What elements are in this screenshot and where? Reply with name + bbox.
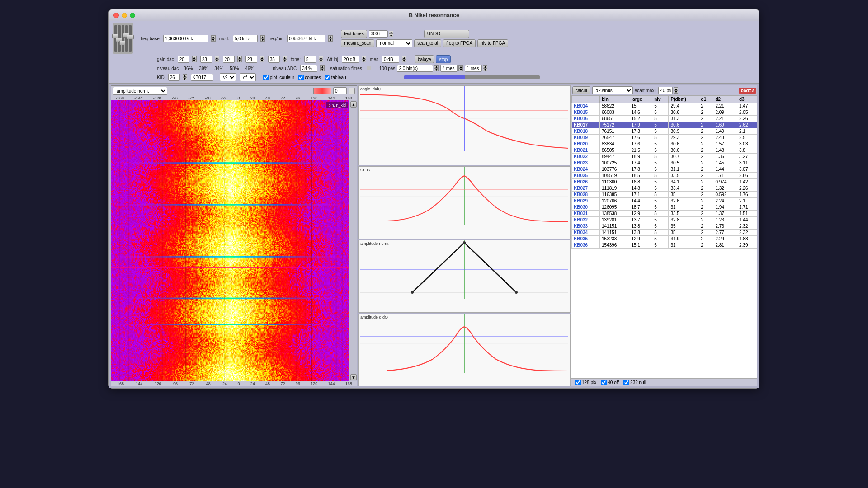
slider-5[interactable] — [129, 25, 132, 52]
att-inj-stepper[interactable]: ▲▼ — [362, 56, 366, 62]
gain-dac-5[interactable] — [268, 56, 280, 63]
gd3-stepper[interactable]: ▲▼ — [237, 56, 242, 62]
courbes-check[interactable]: courbes — [298, 75, 321, 80]
mes-input[interactable] — [382, 56, 399, 63]
table-row[interactable]: KB015 66083 14.6 5 30.6 2 2.09 2.05 — [572, 109, 757, 116]
off-checkbox[interactable] — [601, 380, 607, 385]
table-row[interactable]: KB019 76547 17.6 5 29.3 2 2.43 2.5 — [572, 135, 757, 141]
mes4-input[interactable] — [440, 65, 458, 72]
bin-input[interactable] — [397, 65, 433, 72]
mod-stepper[interactable]: ▲ ▼ — [260, 35, 265, 42]
tableau-check[interactable]: tableau — [325, 75, 346, 80]
table-row[interactable]: KB016 68651 15.2 5 31.3 2 2.21 2.26 — [572, 116, 757, 122]
table-row[interactable]: KB024 103776 17.8 5 31.1 2 1.44 3.07 — [572, 166, 757, 173]
close-button[interactable] — [113, 13, 119, 18]
table-row[interactable]: KB017 75172 17.9 5 30.6 2 1.69 2.62 — [572, 122, 757, 128]
mod-input[interactable] — [233, 35, 258, 42]
null-checkbox[interactable] — [623, 380, 629, 385]
amplitude-norm-select[interactable]: amplitude norm. — [113, 87, 167, 95]
scroll-up[interactable]: ▲ — [350, 101, 357, 108]
test-tones-stepper[interactable]: ▲ ▼ — [389, 31, 393, 37]
mod-up[interactable]: ▲ — [260, 35, 265, 38]
freq-to-fpga-button[interactable]: freq to FPGA — [443, 39, 476, 47]
table-row[interactable]: KB018 76151 17.3 5 30.9 2 1.49 2.1 — [572, 128, 757, 135]
table-row[interactable]: KB027 111819 14.8 5 33.4 2 1.32 2.26 — [572, 185, 757, 192]
plot-couleur-check[interactable]: plot_couleur — [263, 75, 294, 80]
table-row[interactable]: KB031 138538 12.9 5 33.5 2 1.37 1.51 — [572, 211, 757, 217]
test-tones-input[interactable] — [369, 30, 388, 38]
gd1-stepper[interactable]: ▲▼ — [192, 56, 197, 62]
undo-button[interactable]: UNDO — [424, 30, 469, 38]
mes4-stepper[interactable]: ▲▼ — [458, 65, 463, 71]
v2-select[interactable]: v2 — [220, 73, 236, 81]
table-row[interactable]: KB021 86505 21.5 5 30.6 2 1.48 3.8 — [572, 147, 757, 154]
mes-stepper[interactable]: ▲▼ — [402, 56, 406, 62]
balaye-button[interactable]: balaye — [415, 55, 434, 63]
gd2-stepper[interactable]: ▲▼ — [215, 56, 219, 62]
minimize-button[interactable] — [122, 13, 127, 18]
mod-down[interactable]: ▼ — [260, 38, 265, 42]
scan-total-button[interactable]: scan_total — [414, 39, 441, 47]
att-inj-input[interactable] — [342, 56, 359, 63]
table-row[interactable]: KB028 116385 17.1 5 35 2 0.592 1.76 — [572, 192, 757, 198]
gd4-stepper[interactable]: ▲▼ — [260, 56, 264, 62]
test-tones-button[interactable]: test tones — [341, 30, 367, 38]
gain-dac-1[interactable] — [178, 56, 189, 63]
table-row[interactable]: KB014 58622 15 5 29.4 2 2.21 1.47 — [572, 103, 757, 109]
niv-to-fpga-button[interactable]: niv to FPGA — [477, 39, 508, 47]
table-row[interactable]: KB036 154396 15.1 5 31 2 2.81 2.39 — [572, 242, 757, 249]
test-tones-up[interactable]: ▲ — [389, 31, 393, 34]
freq-bin-stepper[interactable]: ▲ ▼ — [328, 35, 333, 42]
calc-mode-select[interactable]: d2.sinus — [592, 86, 633, 94]
ecart-stepper[interactable]: ▲▼ — [674, 87, 678, 94]
bin-stepper[interactable]: ▲▼ — [434, 65, 439, 71]
table-row[interactable]: KB025 105519 18.5 5 33.5 2 1.71 2.86 — [572, 173, 757, 179]
pix-checkbox[interactable] — [575, 380, 581, 385]
gain-dac-4[interactable] — [245, 56, 257, 63]
gd5-stepper[interactable]: ▲▼ — [283, 56, 287, 62]
table-row[interactable]: KB026 110360 16.8 5 34.1 2 0.974 1.42 — [572, 179, 757, 185]
scan-mode-select[interactable]: normal — [376, 39, 412, 47]
niveau-adc-input[interactable] — [300, 65, 317, 72]
color-box-btn[interactable] — [349, 88, 355, 94]
freq-base-down[interactable]: ▼ — [211, 38, 216, 42]
stop-button[interactable]: stop — [436, 55, 451, 63]
table-row[interactable]: KB035 153233 12.9 5 31.9 2 2.29 1.88 — [572, 236, 757, 242]
freq-bin-input[interactable] — [287, 35, 326, 42]
freq-base-up[interactable]: ▲ — [211, 35, 216, 38]
color-value[interactable] — [333, 87, 347, 94]
tone-stepper[interactable]: ▲▼ — [319, 56, 323, 62]
slider-thumb-5[interactable] — [127, 35, 134, 39]
calcul-button[interactable]: calcul — [572, 86, 590, 94]
kid-input[interactable] — [168, 74, 180, 81]
freq-bin-up[interactable]: ▲ — [328, 35, 333, 38]
test-tones-down[interactable]: ▼ — [389, 34, 393, 37]
table-row[interactable]: KB022 89447 18.9 5 30.7 2 1.36 3.27 — [572, 154, 757, 160]
nadc-stepper[interactable]: ▲▼ — [320, 65, 325, 71]
ecart-maxi-input[interactable] — [658, 87, 673, 94]
table-row[interactable]: KB030 126095 18.7 5 31 2 1.94 1.71 — [572, 204, 757, 211]
kid-name-input[interactable] — [191, 74, 213, 81]
slider-2[interactable] — [118, 25, 121, 52]
slider-3[interactable] — [122, 25, 124, 52]
off-select[interactable]: off — [240, 73, 256, 81]
mes1-input[interactable] — [465, 65, 482, 72]
freq-bin-down[interactable]: ▼ — [328, 38, 333, 42]
table-row[interactable]: KB033 141151 13.8 5 35 2 2.76 2.32 — [572, 223, 757, 230]
table-row[interactable]: KB034 141151 13.8 5 35 2 2.77 2.32 — [572, 230, 757, 236]
tone-input[interactable] — [304, 56, 316, 63]
scroll-down[interactable]: ▼ — [350, 374, 357, 380]
table-row[interactable]: KB029 120766 14.4 5 32.6 2 2.24 2.1 — [572, 198, 757, 204]
freq-base-input[interactable] — [163, 35, 208, 42]
gain-dac-3[interactable] — [223, 56, 235, 63]
table-row[interactable]: KB032 139281 13.7 5 32.8 2 1.23 1.44 — [572, 217, 757, 223]
kid-stepper[interactable]: ▲▼ — [183, 74, 187, 80]
mesure-scan-button[interactable]: mesure_scan — [341, 39, 374, 47]
table-row[interactable]: KB020 83834 17.6 5 30.6 2 1.57 3.03 — [572, 141, 757, 147]
mes1-stepper[interactable]: ▲▼ — [483, 65, 487, 71]
data-table[interactable]: bin large niv P(dbm) d1 d2 d3 KB014 5862… — [571, 95, 757, 378]
freq-base-stepper[interactable]: ▲ ▼ — [211, 35, 216, 42]
gain-dac-2[interactable] — [200, 56, 212, 63]
table-row[interactable]: KB023 100725 17.4 5 30.5 2 1.45 3.11 — [572, 160, 757, 166]
maximize-button[interactable] — [130, 13, 135, 18]
